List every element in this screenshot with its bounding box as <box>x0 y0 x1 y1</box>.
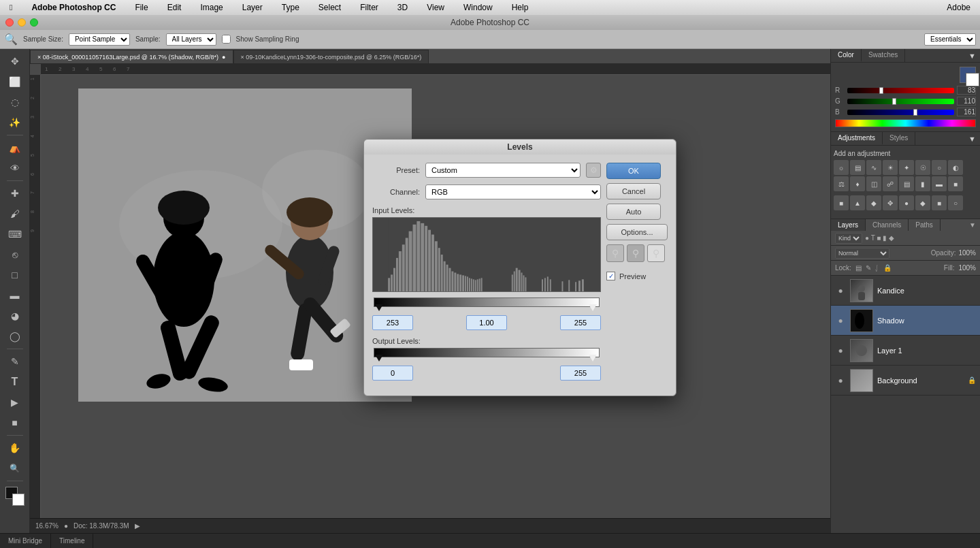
3d-menu[interactable]: 3D <box>393 1 412 14</box>
all-layers-select[interactable]: All Layers <box>166 33 216 46</box>
lock-position-icon[interactable]: ⎷ <box>875 264 879 272</box>
photoshop-menu[interactable]: Adobe Photoshop CC <box>27 1 120 14</box>
apple-menu[interactable]:  <box>5 1 16 14</box>
adj-panel-collapse[interactable]: ▼ <box>968 132 980 145</box>
kind-filter-select[interactable]: Kind <box>835 233 862 244</box>
input-gamma-field[interactable]: 1.00 <box>466 315 507 330</box>
output-black-slider[interactable] <box>375 355 383 361</box>
exposure-adj-icon[interactable]: ☀ <box>883 160 898 175</box>
layer-shadow[interactable]: ● Shadow <box>831 306 980 336</box>
image-menu[interactable]: Image <box>196 1 227 14</box>
gradient-map-adj-icon[interactable]: ▬ <box>932 176 947 191</box>
ok-button[interactable]: OK <box>606 163 661 179</box>
layer-background[interactable]: ● Background 🔒 <box>831 366 980 396</box>
swatches-tab[interactable]: Swatches <box>862 49 905 62</box>
black-point-eyedropper[interactable]: ⚲ <box>606 244 624 262</box>
text-tool[interactable]: T <box>5 372 24 391</box>
r-slider-thumb[interactable] <box>879 87 883 94</box>
lock-transparent-icon[interactable]: ▤ <box>855 264 862 272</box>
curves-adj-icon[interactable]: ∿ <box>866 160 881 175</box>
preview-checkbox[interactable]: ✓ <box>606 272 615 280</box>
blur-tool[interactable]: ◕ <box>5 306 24 325</box>
options-button[interactable]: Options... <box>606 224 668 240</box>
filter-menu[interactable]: Filter <box>356 1 382 14</box>
layer-background-eye[interactable]: ● <box>835 376 846 385</box>
gray-point-eyedropper[interactable]: ⚲ <box>627 244 644 262</box>
channel-select[interactable]: RGB <box>425 184 601 199</box>
cancel-button[interactable]: Cancel <box>606 183 661 199</box>
preset-gear-button[interactable]: ⚙ <box>586 163 601 178</box>
timeline-tab[interactable]: Timeline <box>51 534 93 549</box>
input-white-field[interactable]: 255 <box>560 315 601 330</box>
output-black-field[interactable]: 0 <box>372 366 413 381</box>
color-panel-collapse[interactable]: ▼ <box>968 49 980 62</box>
adj-icon-2-1[interactable]: ■ <box>834 195 849 210</box>
adj-icon-2-4[interactable]: ✥ <box>883 195 898 210</box>
shape-tool[interactable]: ■ <box>5 413 24 432</box>
input-black-slider[interactable] <box>375 304 383 311</box>
gradient-tool[interactable]: ▬ <box>5 286 24 305</box>
adj-icon-2-5[interactable]: ● <box>899 195 914 210</box>
layers-collapse[interactable]: ▼ <box>969 219 980 231</box>
lock-all-icon[interactable]: 🔒 <box>883 264 892 272</box>
adj-icon-2-3[interactable]: ◆ <box>866 195 881 210</box>
posterize-adj-icon[interactable]: ▤ <box>899 176 914 191</box>
selectivecolor-adj-icon[interactable]: ■ <box>948 176 963 191</box>
bw-adj-icon[interactable]: ◐ <box>948 160 963 175</box>
colorbalance-adj-icon[interactable]: ○ <box>932 160 947 175</box>
adj-icon-2-7[interactable]: ■ <box>932 195 947 210</box>
blend-mode-select[interactable]: Normal <box>835 248 889 259</box>
adjustments-tab[interactable]: Adjustments <box>831 132 883 145</box>
clone-tool[interactable]: ⌨ <box>5 225 24 244</box>
styles-tab[interactable]: Styles <box>883 132 915 145</box>
color-tab[interactable]: Color <box>831 49 862 62</box>
layer-menu[interactable]: Layer <box>238 1 267 14</box>
adj-icon-2-8[interactable]: ○ <box>948 195 963 210</box>
input-black-field[interactable]: 253 <box>372 315 413 330</box>
close-button[interactable] <box>5 18 14 27</box>
paths-tab[interactable]: Paths <box>909 219 941 231</box>
photofilter-adj-icon[interactable]: ⚖ <box>834 176 849 191</box>
brush-tool[interactable]: 🖌 <box>5 204 24 223</box>
tab-2[interactable]: × 09-10KandiceLynn19-306-to-composite.ps… <box>233 50 429 63</box>
view-menu[interactable]: View <box>423 1 448 14</box>
eraser-tool[interactable]: □ <box>5 265 24 285</box>
lock-image-icon[interactable]: ✎ <box>866 264 871 272</box>
tab-1[interactable]: × 08-iStock_000011057163Large.psd @ 16.7… <box>30 50 233 63</box>
history-tool[interactable]: ⎋ <box>5 245 24 264</box>
pen-tool[interactable]: ✎ <box>5 352 24 371</box>
colorlookup-adj-icon[interactable]: ◫ <box>866 176 881 191</box>
g-value-input[interactable]: 110 <box>957 97 976 106</box>
help-menu[interactable]: Help <box>508 1 533 14</box>
minimize-button[interactable] <box>18 18 26 27</box>
color-spectrum-bar[interactable] <box>835 119 976 127</box>
layer-1-eye[interactable]: ● <box>835 346 846 355</box>
scroll-right-icon[interactable]: ▶ <box>135 522 140 530</box>
lasso-tool[interactable]: ◌ <box>5 93 24 112</box>
levels-adj-icon[interactable]: ▤ <box>850 160 865 175</box>
bg-color-swatch[interactable] <box>966 73 979 86</box>
threshold-adj-icon[interactable]: ▮ <box>915 176 930 191</box>
healing-tool[interactable]: ✚ <box>5 184 24 203</box>
brightness-adj-icon[interactable]: ☼ <box>834 160 849 175</box>
r-value-input[interactable]: 83 <box>957 86 976 95</box>
auto-button[interactable]: Auto <box>606 204 661 220</box>
adj-icon-2-6[interactable]: ◆ <box>915 195 930 210</box>
zoom-tool[interactable]: 🔍 <box>5 459 24 478</box>
wand-tool[interactable]: ✨ <box>5 113 24 132</box>
select-menu[interactable]: Select <box>314 1 345 14</box>
b-slider-thumb[interactable] <box>913 109 917 116</box>
dodge-tool[interactable]: ◯ <box>5 327 24 346</box>
file-menu[interactable]: File <box>131 1 152 14</box>
layer-kandice-eye[interactable]: ● <box>835 286 846 295</box>
layers-tab[interactable]: Layers <box>831 219 866 231</box>
preset-select[interactable]: Custom <box>425 163 581 178</box>
invert-adj-icon[interactable]: ☍ <box>883 176 898 191</box>
path-selection-tool[interactable]: ▶ <box>5 393 24 412</box>
mini-bridge-tab[interactable]: Mini Bridge <box>0 534 51 549</box>
background-color[interactable] <box>12 494 24 506</box>
hand-tool[interactable]: ✋ <box>5 438 24 457</box>
white-point-eyedropper[interactable]: ⚲ <box>647 244 665 262</box>
layer-shadow-eye[interactable]: ● <box>835 316 846 325</box>
hsl-adj-icon[interactable]: ☉ <box>915 160 930 175</box>
